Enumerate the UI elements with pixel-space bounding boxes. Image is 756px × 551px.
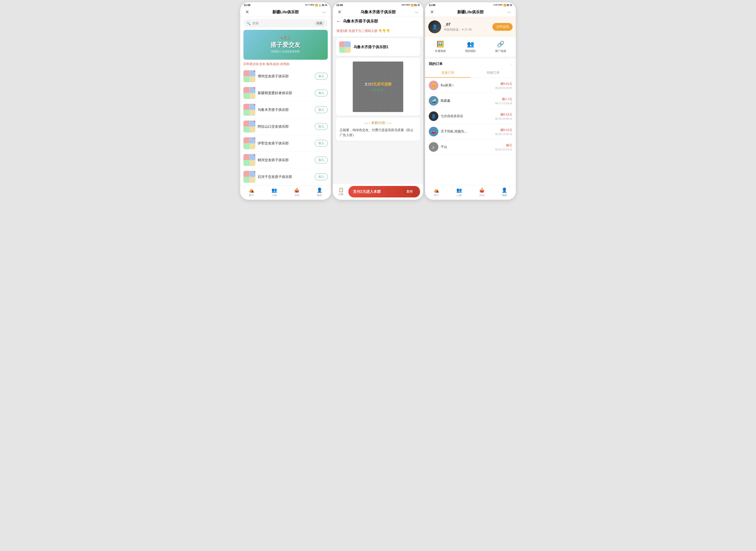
tab-indirect-orders[interactable]: 间推订单 <box>470 68 516 78</box>
join-button[interactable]: 加入 <box>315 73 328 80</box>
notification-dot <box>254 137 255 139</box>
poster-icon: 🖼️ <box>437 41 444 48</box>
tab-direct-orders[interactable]: 直推订单 <box>425 68 470 78</box>
orders-arrow-icon[interactable]: › <box>511 62 512 66</box>
search-bar-1[interactable]: 🔍 搜索 收藏 <box>244 19 328 28</box>
join-button[interactable]: 加入 <box>315 123 328 130</box>
order-info: 陈庭鑫 <box>441 99 493 103</box>
battery-label-1: 81 <box>322 4 325 6</box>
group-list-1: 博州交友搭子俱乐部 加入 新疆萌宠爱好者俱乐部 加入 <box>240 68 331 185</box>
banner-image-1[interactable]: 🎉🧑‍🤝‍🧑🏃 搭子爱交友 欢迎加入 点击此处有惊喜 <box>244 30 328 60</box>
tab-label-dazi: 搭子 <box>249 193 254 197</box>
tab-icon-wode-3: 👤 <box>501 187 507 193</box>
group-name: 阿拉山口交友俱乐部 <box>258 124 313 129</box>
status-bar-2: 12:00 226 KB/s 📶 81 % <box>333 2 423 7</box>
tab-dazi[interactable]: ⛺ 搭子 <box>240 187 263 197</box>
qr-text-2: 2元后可进群 <box>371 82 392 86</box>
withdraw-button[interactable]: 立即提现 <box>492 23 512 31</box>
poster-label: 专属海报 <box>435 49 446 53</box>
orders-section: 我的订单 › 直推订单 间推订单 😊 ϐω於美♀ 赚8.91元 08-28 01… <box>425 59 516 155</box>
tab-renmai[interactable]: 👥 人脉 <box>263 187 286 197</box>
more-icon-1[interactable]: ··· <box>321 9 327 15</box>
signal-1: 📶 <box>315 4 318 6</box>
close-icon-3[interactable]: ✕ <box>429 9 435 15</box>
list-item: 石河子交友搭子俱乐部 加入 <box>240 168 331 185</box>
close-icon-2[interactable]: ✕ <box>336 9 343 15</box>
team-label: 我的团队 <box>465 49 476 53</box>
intro-section: — ◦ 本群介绍 ◦ — 正能量，纯绿色交友。付费只是提高群员质量（防止广告入群… <box>336 117 420 141</box>
tab-wode[interactable]: 👤 我的 <box>308 187 331 197</box>
order-time: 08-25 01:23:41 <box>495 148 512 151</box>
orders-title: 我的订单 <box>429 62 442 66</box>
more-icon-2[interactable]: ··· <box>413 9 420 15</box>
join-button[interactable]: 加入 <box>315 173 328 180</box>
orders-header: 我的订单 › <box>425 59 516 68</box>
group-avatar <box>244 137 255 149</box>
group-chat-card[interactable]: 乌鲁木齐搭子俱乐部1 <box>336 38 420 56</box>
order-button-2[interactable]: 📋 订单 <box>336 187 346 196</box>
tab-label-renmai-3: 人脉 <box>456 193 462 197</box>
action-team[interactable]: 👥 我的团队 <box>455 41 486 53</box>
join-button[interactable]: 加入 <box>315 156 328 163</box>
battery-label-3: 81 <box>507 4 509 6</box>
pay-label: 支付2元进入本群 <box>353 189 381 194</box>
tab-huodong[interactable]: 🎪 活动 <box>286 187 308 197</box>
status-right-2: 226 KB/s 📶 81 % <box>401 4 420 6</box>
join-instruction: 请进1群 长按下方二维码入群 👇👇👇 <box>333 26 423 36</box>
more-icon-3[interactable]: ··· <box>506 9 512 15</box>
join-button[interactable]: 加入 <box>315 89 328 96</box>
group-name: 石河子交友搭子俱乐部 <box>258 175 313 179</box>
page-title-3: 新疆Life俱乐部 <box>457 9 484 15</box>
tab-label-dazi-3: 搭子 <box>434 193 439 197</box>
join-button[interactable]: 加入 <box>315 106 328 113</box>
tab-wode-3[interactable]: 👤 我的 <box>493 187 516 197</box>
table-row: 🚄 陈庭鑫 赚1.7元 08-27 13:29:26 <box>425 93 516 109</box>
table-row: 🚗 天下司机 挖掘为... 赚8.42元 08-26 14:48:16 <box>425 124 516 139</box>
tab-dazi-3[interactable]: ⛺ 搭子 <box>425 187 448 197</box>
status-right-3: 3.28 KB/s 📶 81 % <box>493 4 512 6</box>
qr-link[interactable]: 点击支付> <box>371 87 385 92</box>
network-speed-1: 13.7 KB/s <box>305 4 314 6</box>
profile-earnings: 待提现收益：¥ 27.45 <box>444 28 490 32</box>
page-title-1: 新疆Life俱乐部 <box>272 9 299 15</box>
group-name: 伊犁交友搭子俱乐部 <box>258 141 313 145</box>
tab-icon-dazi-3: ⛺ <box>434 187 439 193</box>
action-poster[interactable]: 🖼️ 专属海报 <box>425 41 455 53</box>
order-info: 千山 <box>441 145 493 149</box>
tab-renmai-3[interactable]: 👥 人脉 <box>448 187 470 197</box>
phone-2: 12:00 226 KB/s 📶 81 % ✕ 乌鲁木齐搭子俱乐部 ··· ← … <box>333 2 423 200</box>
back-button-2[interactable]: ← <box>336 19 341 24</box>
order-label-2: 订单 <box>339 193 343 196</box>
back-nav-2: ← 乌鲁木齐搭子俱乐部 <box>333 17 423 26</box>
qr-overlay[interactable]: 支付2元后可进群 点击支付> <box>353 61 403 112</box>
qr-text-1: 支付 <box>364 82 371 86</box>
order-info: 天下司机 挖掘为... <box>441 129 493 134</box>
profile-info: _07 待提现收益：¥ 27.45 <box>444 22 490 32</box>
tab-icon-huodong-3: 🎪 <box>479 187 485 193</box>
order-right: 赚8.42元 08-26 15:48:14 <box>495 112 512 120</box>
order-name: 七分自在步后尘 <box>441 114 493 118</box>
tab-label-wode: 我的 <box>317 193 322 197</box>
list-item: 精河交友搭子俱乐部 加入 <box>240 152 331 168</box>
action-link[interactable]: 🔗 推广链接 <box>485 41 516 53</box>
time-3: 11:59 <box>429 4 435 6</box>
tagline-1: 日常搭活动-交友-饭局-徒步-自驾游- <box>240 61 331 68</box>
time-1: 11:59 <box>244 4 250 6</box>
order-name: 千山 <box>441 145 493 149</box>
order-earn: 赚8.91元 <box>495 82 512 86</box>
profile-name: _07 <box>444 22 490 27</box>
bookmark-button-1[interactable]: 收藏 <box>314 21 325 26</box>
join-button[interactable]: 加入 <box>315 140 328 147</box>
tab-label-renmai: 人脉 <box>272 193 277 197</box>
network-speed-2: 226 KB/s <box>401 4 410 6</box>
tab-huodong-3[interactable]: 🎪 活动 <box>470 187 493 197</box>
close-icon-1[interactable]: ✕ <box>244 9 250 15</box>
pay-main-button[interactable]: 支付2元进入本群 支付 <box>348 186 420 197</box>
phone-1: 11:59 13.7 KB/s 📶 📡 81 % ✕ 新疆Life俱乐部 ···… <box>240 2 331 200</box>
order-right: 赚8.42元 08-26 14:48:16 <box>495 128 512 135</box>
status-bar-3: 11:59 3.28 KB/s 📶 81 % <box>425 2 516 7</box>
spacer <box>425 156 516 185</box>
group-avatar <box>244 120 255 132</box>
pay-bottom-bar: 📋 订单 支付2元进入本群 支付 <box>333 183 423 200</box>
page-title-2: 乌鲁木齐搭子俱乐部 <box>361 9 396 15</box>
